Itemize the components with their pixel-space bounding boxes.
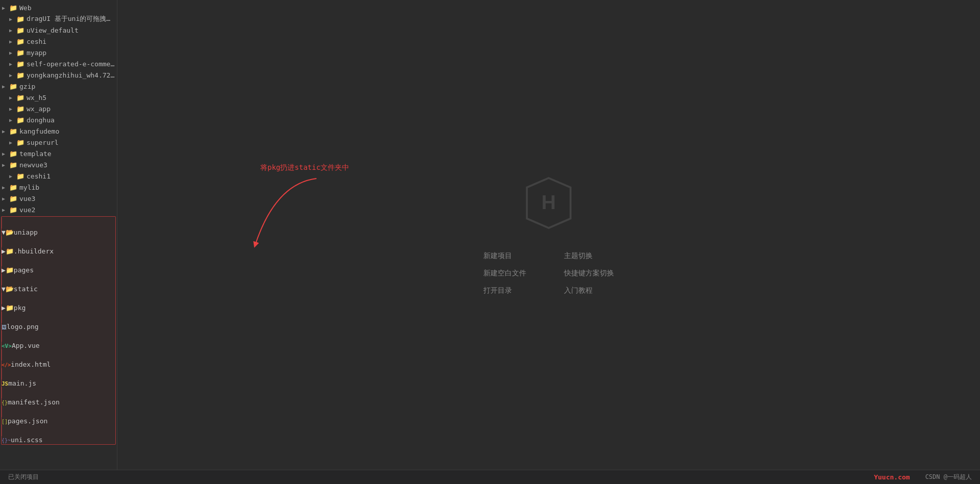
tree-arrow-gzip: ▶: [2, 84, 9, 89]
tree-icon-uniapp: 📂: [6, 228, 14, 236]
content-area: 将pkg扔进static文件夹中 H 新建项目 主题切换 新建: [117, 0, 980, 470]
tree-arrow-vue2: ▶: [2, 207, 9, 213]
shortcut-scheme-link[interactable]: 快捷键方案切换: [564, 269, 614, 278]
sidebar-item-superurl[interactable]: ▶📁superurl: [0, 137, 117, 148]
sidebar-item-yongkang[interactable]: ▶📁yongkangzhihui_wh4.720220419: [0, 69, 117, 81]
sidebar-item-donghua[interactable]: ▶📁donghua: [0, 114, 117, 125]
sidebar-item-pages[interactable]: [2, 255, 115, 266]
annotation-text: 将pkg扔进static文件夹中: [260, 163, 349, 172]
sidebar-item-myapp[interactable]: ▶📁myapp: [0, 47, 117, 58]
tree-arrow-pages: ▶: [2, 266, 6, 274]
tree-icon-vue3: 📁: [9, 194, 17, 202]
tree-icon-donghua: 📁: [16, 116, 24, 124]
tree-label-pkg: pkg: [14, 304, 26, 312]
sidebar-item-dragui[interactable]: ▶📁dragUI 基于uni的可拖拽可视化编程...: [0, 13, 117, 24]
tree-label-pages: pages: [14, 266, 34, 274]
yuucn-brand: Yuucn.com: [874, 473, 910, 481]
sidebar-item-manifest_json[interactable]: [2, 387, 115, 398]
tree-label-wx_h5: wx_h5: [27, 94, 115, 101]
status-right: Yuucn.com CSDN @一码超人: [874, 473, 972, 481]
sidebar-item-index_html[interactable]: [2, 349, 115, 361]
sidebar-item-uview_default[interactable]: ▶📁uView_default: [0, 24, 117, 36]
new-project-link[interactable]: 新建项目: [483, 251, 533, 261]
tree-label-uni_scss: uni.scss: [11, 436, 43, 444]
tree-icon-kangfudemo: 📁: [9, 127, 17, 135]
tree-label-template: template: [19, 150, 115, 158]
tree-label-ceshi1: ceshi1: [27, 172, 115, 180]
sidebar-item-gzip[interactable]: ▶📁gzip: [0, 81, 117, 92]
welcome-panel: H 新建项目 主题切换 新建空白文件 快捷键方案切换 打开目录 入门教程: [483, 175, 614, 295]
theme-switch-link[interactable]: 主题切换: [564, 251, 614, 261]
sidebar-item-uniapp[interactable]: [2, 217, 115, 228]
tree-arrow-kangfudemo: ▶: [2, 129, 9, 134]
tree-icon-pages_json: []: [2, 417, 8, 425]
tree-arrow-wx_app: ▶: [9, 106, 16, 112]
sidebar-item-kangfudemo[interactable]: ▶📁kangfudemo: [0, 125, 117, 137]
sidebar-item-newvue3[interactable]: ▶📁newvue3: [0, 159, 117, 170]
tree-label-ceshi: ceshi: [27, 38, 115, 45]
tree-arrow-pkg: ▶: [2, 304, 6, 312]
beginner-tutorial-link[interactable]: 入门教程: [564, 286, 614, 295]
tree-label-dragui: dragUI 基于uni的可拖拽可视化编程...: [27, 14, 115, 23]
tree-label-uniapp: uniapp: [14, 228, 38, 236]
tree-icon-manifest_json: {}: [2, 398, 8, 406]
sidebar-item-ceshi[interactable]: ▶📁ceshi: [0, 36, 117, 47]
tree-label-donghua: donghua: [27, 116, 115, 124]
status-left: 已关闭项目: [8, 473, 39, 481]
tree-label-newvue3: newvue3: [19, 161, 115, 169]
tree-icon-mylib: 📁: [9, 183, 17, 191]
sidebar-item-pkg[interactable]: [2, 293, 115, 304]
sidebar[interactable]: ▶📁Web▶📁dragUI 基于uni的可拖拽可视化编程...▶📁uView_d…: [0, 0, 117, 470]
sidebar-item-uni_scss[interactable]: [2, 425, 115, 436]
sidebar-item-self-operated[interactable]: ▶📁self-operated-e-commerce: [0, 58, 117, 69]
tree-icon-superurl: 📁: [16, 138, 24, 146]
tree-label-logo_png: logo.png: [7, 323, 39, 330]
sidebar-item-wx_app[interactable]: ▶📁wx_app: [0, 103, 117, 114]
tree-icon-logo_png: 🖼: [2, 323, 7, 330]
tree-icon-web: 📁: [9, 4, 17, 12]
open-directory-link[interactable]: 打开目录: [483, 286, 533, 295]
tree-label-gzip: gzip: [19, 83, 115, 90]
sidebar-item-mylib[interactable]: ▶📁mylib: [0, 182, 117, 193]
new-empty-file-link[interactable]: 新建空白文件: [483, 269, 533, 278]
sidebar-item-ceshi1[interactable]: ▶📁ceshi1: [0, 170, 117, 182]
tree-icon-gzip: 📁: [9, 82, 17, 90]
sidebar-item-app_vue[interactable]: [2, 330, 115, 342]
sidebar-item-vue2[interactable]: ▶📁vue2: [0, 204, 117, 215]
tree-icon-vue2: 📁: [9, 206, 17, 214]
tree-icon-pages: 📁: [6, 266, 14, 274]
sidebar-item-logo_png[interactable]: [2, 312, 115, 323]
tree-label-static: static: [14, 285, 38, 293]
welcome-links: 新建项目 主题切换 新建空白文件 快捷键方案切换 打开目录 入门教程: [483, 251, 614, 295]
tree-label-web: Web: [19, 4, 115, 12]
tree-arrow-hbuilderx: ▶: [2, 247, 6, 255]
tree-label-main_js: main.js: [8, 379, 36, 387]
sidebar-item-pages_json[interactable]: [2, 406, 115, 417]
sidebar-item-web[interactable]: ▶📁Web: [0, 2, 117, 13]
tree-icon-app_vue: <V>: [2, 342, 12, 349]
tree-arrow-dragui: ▶: [9, 16, 16, 22]
tree-icon-static: 📂: [6, 285, 14, 293]
tree-label-yongkang: yongkangzhihui_wh4.720220419: [27, 71, 115, 79]
tree-icon-main_js: JS: [2, 379, 8, 387]
tree-arrow-mylib: ▶: [2, 185, 9, 190]
sidebar-item-vue3[interactable]: ▶📁vue3: [0, 193, 117, 204]
sidebar-item-wx_h5[interactable]: ▶📁wx_h5: [0, 92, 117, 103]
tree-arrow-uniapp: ▼: [2, 228, 6, 236]
tree-icon-dragui: 📁: [16, 15, 24, 23]
tree-arrow-ceshi1: ▶: [9, 173, 16, 179]
sidebar-item-hbuilderx[interactable]: [2, 236, 115, 247]
tree-arrow-yongkang: ▶: [9, 72, 16, 78]
tree-icon-yongkang: 📁: [16, 71, 24, 79]
tree-label-self-operated: self-operated-e-commerce: [27, 60, 115, 68]
tree-icon-uview_default: 📁: [16, 26, 24, 34]
tree-arrow-superurl: ▶: [9, 140, 16, 145]
sidebar-item-static[interactable]: [2, 274, 115, 285]
sidebar-item-template[interactable]: ▶📁template: [0, 148, 117, 159]
hbuilderx-logo: H: [523, 175, 574, 231]
sidebar-item-main_js[interactable]: [2, 368, 115, 379]
annotation-arrow: [235, 173, 327, 265]
tree-label-app_vue: App.vue: [12, 342, 40, 349]
tree-label-uview_default: uView_default: [27, 27, 115, 34]
status-bar: 已关闭项目 Yuucn.com CSDN @一码超人: [0, 470, 980, 484]
